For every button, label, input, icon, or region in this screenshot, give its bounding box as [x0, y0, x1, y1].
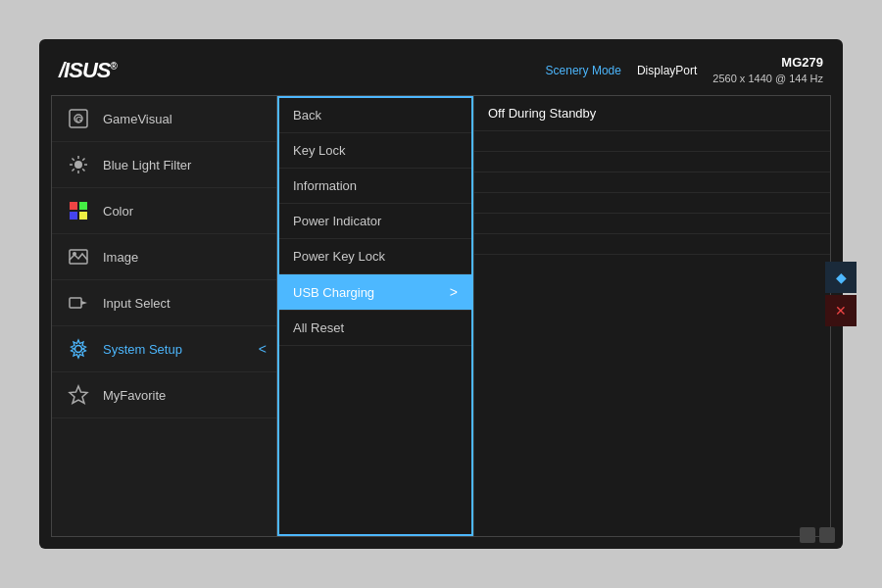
svg-point-3 [74, 161, 82, 169]
sidebar-item-systemsetup[interactable]: System Setup < [52, 326, 276, 372]
svg-marker-20 [70, 386, 87, 404]
close-button[interactable]: ✕ [825, 295, 857, 326]
menu-label-keylock: Key Lock [293, 143, 345, 158]
sidebar-label-systemsetup: System Setup [103, 342, 182, 357]
svg-rect-18 [70, 298, 81, 308]
status-icon-1 [800, 527, 815, 543]
menu-item-keylock[interactable]: Key Lock [279, 133, 471, 169]
sidebar-item-input[interactable]: Input Select [52, 280, 276, 326]
svg-line-8 [73, 159, 74, 161]
svg-rect-14 [70, 212, 77, 220]
star-icon [66, 382, 91, 408]
svg-rect-15 [79, 212, 87, 220]
right-item-4 [474, 172, 830, 193]
right-item-6 [474, 214, 830, 234]
svg-point-17 [73, 252, 76, 256]
menu-label-power-key-lock: Power Key Lock [293, 249, 385, 264]
right-panel: Off During Standby [473, 96, 830, 536]
sidebar-item-gamevisual[interactable]: G GameVisual [52, 96, 276, 142]
gamevisual-icon: G [66, 106, 91, 131]
sidebar-item-image[interactable]: Image [52, 234, 276, 280]
right-label-off-standby: Off During Standby [488, 106, 596, 121]
arrow-icon: > [450, 284, 458, 300]
color-icon [66, 198, 91, 223]
model-name: MG279 [712, 55, 823, 72]
nav-icon: ◆ [836, 270, 847, 285]
status-icon-2 [819, 527, 835, 543]
menu-item-information[interactable]: Information [279, 169, 471, 204]
model-spec: 2560 x 1440 @ 144 Hz [712, 72, 823, 85]
menu-label-power-indicator: Power Indicator [293, 214, 381, 228]
sidebar-item-bluelight[interactable]: Blue Light Filter [52, 142, 276, 188]
sidebar: G GameVisual [52, 96, 277, 536]
sidebar-item-color[interactable]: Color [52, 188, 276, 234]
menu-item-power-indicator[interactable]: Power Indicator [279, 204, 471, 239]
asus-logo: /ISUS® [59, 58, 117, 83]
menu-item-usb-charging[interactable]: USB Charging > [279, 274, 471, 311]
sidebar-label-image: Image [103, 250, 138, 265]
svg-text:G: G [75, 115, 82, 124]
connection-label: DisplayPort [637, 64, 697, 77]
sidebar-item-myfavorite[interactable]: MyFavorite [52, 372, 276, 418]
sidebar-label-bluelight: Blue Light Filter [103, 158, 191, 172]
svg-line-11 [73, 169, 74, 171]
scenery-mode-label: Scenery Mode [546, 64, 621, 77]
image-icon [66, 244, 91, 270]
middle-menu: Back Key Lock Information Power Indicato… [277, 96, 473, 536]
header-info: Scenery Mode DisplayPort MG279 2560 x 14… [546, 55, 823, 85]
right-item-7 [474, 234, 830, 255]
sidebar-label-color: Color [103, 204, 133, 219]
menu-item-power-key-lock[interactable]: Power Key Lock [279, 239, 471, 274]
sidebar-label-myfavorite: MyFavorite [103, 388, 166, 403]
menu-label-all-reset: All Reset [293, 320, 344, 335]
systemsetup-icon [66, 336, 91, 362]
menu-item-back[interactable]: Back [279, 98, 471, 133]
menu-label-information: Information [293, 178, 357, 193]
menu-item-all-reset[interactable]: All Reset [279, 311, 471, 346]
right-item-2 [474, 131, 830, 152]
monitor-model: MG279 2560 x 1440 @ 144 Hz [712, 55, 823, 85]
right-item-3 [474, 152, 830, 172]
close-icon: ✕ [835, 303, 847, 318]
nav-button[interactable]: ◆ [825, 262, 857, 293]
right-item-off-standby[interactable]: Off During Standby [474, 96, 830, 131]
monitor-screen: /ISUS® Scenery Mode DisplayPort MG279 25… [39, 39, 843, 549]
svg-point-19 [75, 346, 82, 353]
right-item-5 [474, 193, 830, 214]
registered-symbol: ® [110, 60, 116, 71]
input-icon [66, 290, 91, 316]
sidebar-label-input: Input Select [103, 296, 171, 311]
menu-label-usb-charging: USB Charging [293, 285, 374, 300]
sidebar-label-gamevisual: GameVisual [103, 112, 172, 126]
menu-label-back: Back [293, 108, 321, 122]
svg-line-9 [82, 169, 84, 171]
svg-rect-13 [79, 202, 87, 210]
bottom-icons [800, 527, 835, 543]
chevron-icon: < [259, 341, 267, 357]
bluelight-icon [66, 152, 91, 177]
svg-line-10 [82, 159, 84, 161]
osd-header: /ISUS® Scenery Mode DisplayPort MG279 25… [51, 51, 831, 95]
osd-main: G GameVisual [51, 95, 831, 537]
svg-rect-12 [70, 202, 77, 210]
